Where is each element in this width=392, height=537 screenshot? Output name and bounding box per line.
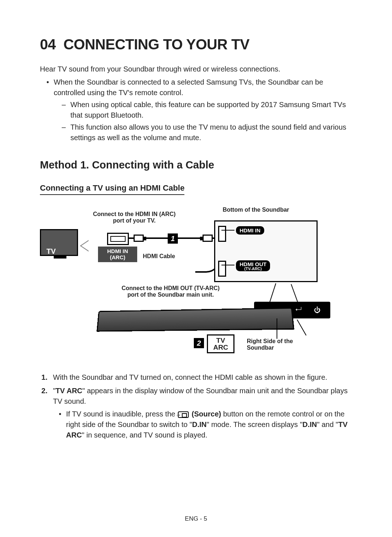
hdmi-port-icon [107,233,129,245]
source-button-icon [178,411,189,418]
intro-bullets: When the Soundbar is connected to a sele… [40,77,352,143]
din-bold: D.IN [302,420,317,428]
method-heading: Method 1. Connecting with a Cable [40,159,352,171]
leader-line [277,318,277,339]
leader-line [221,230,234,231]
step-1-text: With the Soundbar and TV turned on, conn… [53,373,327,381]
leader-line [291,284,298,302]
label-bottom-soundbar: Bottom of the Soundbar [211,207,301,213]
page-footer: ENG - 5 [0,515,392,522]
intro-text: Hear TV sound from your Soundbar through… [40,65,352,73]
hdmi-cable-label: HDMI Cable [137,253,181,260]
source-icon: ⮠ [295,306,302,314]
txt: " in sequence, and TV sound is played. [82,431,207,439]
dash-item: This function also allows you to use the… [64,122,352,143]
tv-arc-bold: TV ARC [56,387,82,395]
sub-heading: Connecting a TV using an HDMI Cable [40,183,184,195]
label-right-side: Right Side of the Soundbar [247,338,312,351]
section-title-text: CONNECTING TO YOUR TV [64,36,250,52]
power-icon: ⏻ [314,306,320,314]
tv-arc-line1: TV [216,337,225,344]
hdmi-in-port-icon [218,226,226,242]
step-2-badge: 2 [194,338,204,348]
cable-plug-icon [203,235,213,242]
leader-line [221,265,234,265]
label-connect-hdmi-out: Connect to the HDMI OUT (TV-ARC) port of… [120,285,221,298]
txt: If TV sound is inaudible, press the [66,410,177,418]
step-2-sub: If TV sound is inaudible, press the (Sou… [53,409,352,440]
tv-arc-display-box: TV ARC [207,334,234,353]
section-number: 04 [40,36,56,52]
dash-list: When using optical cable, this feature c… [54,99,352,143]
step-1: With the Soundbar and TV turned on, conn… [40,372,352,383]
tv-icon [40,229,78,256]
hdmi-out-port-label: HDMI OUT (TV-ARC) [236,260,270,271]
leader-line [269,283,276,304]
step-2-sub-item: If TV sound is inaudible, press the (Sou… [60,409,352,440]
connection-diagram: Connect to the HDMI IN (ARC) port of you… [40,204,352,363]
step-1-badge: 1 [168,233,178,244]
bullet-text: When the Soundbar is connected to a sele… [54,78,323,97]
dash-item: When using optical cable, this feature c… [64,99,352,121]
cable-plug-icon [134,235,144,242]
label-connect-hdmi-in: Connect to the HDMI IN (ARC) port of you… [93,211,176,224]
instruction-steps: With the Soundbar and TV turned on, conn… [40,372,352,440]
source-bold: (Source) [192,410,221,418]
txt: " mode. The screen displays " [207,420,302,428]
arrow-icon [80,240,89,252]
hdmi-in-arc-label: HDMI IN (ARC) [98,247,137,262]
step-2-text: "TV ARC" appears in the display window o… [53,387,348,405]
soundbar-device-icon [97,308,294,332]
tv-arc-line2: ARC [213,344,228,351]
din-bold: D.IN [192,420,207,428]
txt: " appears in the display window of the S… [53,387,348,405]
section-title: 04 CONNECTING TO YOUR TV [40,36,352,53]
step-2: "TV ARC" appears in the display window o… [40,386,352,440]
hdmi-out-port-icon [218,261,226,277]
leader-line [297,320,307,335]
bullet-item: When the Soundbar is connected to a sele… [49,77,352,143]
hdmi-in-port-label: HDMI IN [236,226,264,235]
hdmi-out-sub: (TV-ARC) [240,267,266,271]
tv-label: TV [46,247,56,256]
txt: " and " [317,420,338,428]
